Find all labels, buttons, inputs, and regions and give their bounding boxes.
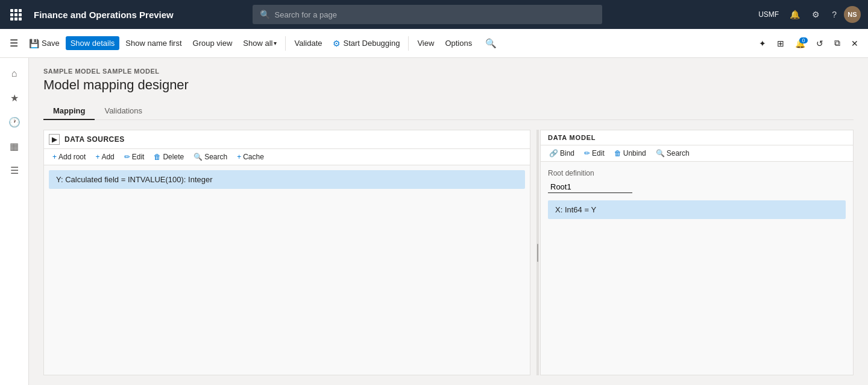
search-icon-dm: 🔍	[656, 149, 665, 158]
debug-icon: ⚙	[333, 39, 341, 48]
main-layout: ⌂ ★ 🕐 ▦ ☰ SAMPLE MODEL SAMPLE MODEL Mode…	[0, 58, 868, 385]
dm-edit-button[interactable]: ✏ Edit	[580, 148, 608, 159]
hamburger-menu-button[interactable]: ☰	[5, 35, 23, 51]
delete-icon: 🗑	[154, 153, 161, 161]
dm-row[interactable]: X: Int64 = Y	[548, 200, 846, 219]
sidebar-item-favorites[interactable]: ★	[4, 87, 25, 109]
notifications-button[interactable]: 🔔 0	[790, 36, 810, 51]
toolbar-right-icons: ✦ ⊞ 🔔 0 ↺ ⧉ ✕	[754, 36, 863, 51]
page-title: Model mapping designer	[43, 77, 854, 93]
cache-icon: +	[237, 153, 241, 161]
toolbar-divider-2	[408, 36, 409, 51]
dm-bind-button[interactable]: 🔗 Bind	[546, 148, 578, 159]
top-nav-right: USMF 🔔 ⚙ ? NS	[755, 6, 861, 23]
bind-icon: 🔗	[549, 149, 558, 158]
breadcrumb: SAMPLE MODEL SAMPLE MODEL	[43, 68, 854, 75]
start-debugging-button[interactable]: ⚙ Start Debugging	[328, 36, 404, 51]
app-grid-button[interactable]	[7, 6, 24, 23]
refresh-button[interactable]: ↺	[811, 36, 828, 51]
toolbar-divider	[285, 36, 286, 51]
dm-unbind-button[interactable]: 🗑 Unbind	[611, 148, 650, 159]
settings-button[interactable]: ⚙	[807, 7, 825, 22]
ds-toolbar: + Add root + Add ✏ Edit 🗑 Delete	[44, 149, 530, 165]
save-button[interactable]: 💾 Save	[24, 36, 64, 51]
chevron-down-icon: ▾	[274, 40, 277, 46]
ds-panel-header: ▶ DATA SOURCES	[44, 130, 530, 149]
plus-icon: +	[52, 153, 57, 161]
splitter-handle	[537, 244, 538, 262]
ds-add-button[interactable]: + Add	[92, 151, 118, 162]
tab-mapping[interactable]: Mapping	[43, 103, 95, 120]
save-icon: 💾	[29, 39, 39, 48]
show-all-button[interactable]: Show all ▾	[238, 36, 281, 50]
edit-icon: ✏	[124, 153, 130, 161]
view-button[interactable]: View	[412, 36, 439, 50]
ds-row[interactable]: Y: Calculated field = INTVALUE(100): Int…	[49, 170, 525, 189]
dm-toolbar: 🔗 Bind ✏ Edit 🗑 Unbind 🔍 Search	[541, 145, 853, 162]
panel-splitter[interactable]	[536, 130, 539, 375]
ds-add-root-button[interactable]: + Add root	[49, 151, 89, 162]
data-sources-panel: ▶ DATA SOURCES + Add root + Add ✏ Edit	[43, 130, 530, 375]
dm-panel-header: DATA MODEL	[541, 130, 853, 145]
ds-search-button[interactable]: 🔍 Search	[190, 151, 231, 162]
validate-button[interactable]: Validate	[289, 36, 327, 50]
tab-bar: Mapping Validations	[43, 103, 854, 120]
left-sidebar: ⌂ ★ 🕐 ▦ ☰	[0, 58, 29, 385]
sidebar-item-recent[interactable]: 🕐	[4, 111, 25, 133]
dm-content: Root definition X: Int64 = Y	[541, 162, 853, 375]
search-icon: 🔍	[260, 10, 270, 19]
dm-search-button[interactable]: 🔍 Search	[652, 148, 693, 159]
tab-validations[interactable]: Validations	[95, 103, 152, 120]
search-icon-ds: 🔍	[193, 153, 203, 161]
top-nav: Finance and Operations Preview 🔍 Search …	[0, 0, 868, 29]
designer-area: ▶ DATA SOURCES + Add root + Add ✏ Edit	[43, 130, 854, 375]
data-model-panel: DATA MODEL 🔗 Bind ✏ Edit 🗑 Unbind	[540, 130, 854, 375]
toolbar-search-button[interactable]: 🔍	[480, 36, 502, 51]
sidebar-item-workspaces[interactable]: ▦	[4, 135, 25, 157]
group-view-button[interactable]: Group view	[188, 36, 237, 50]
show-name-first-button[interactable]: Show name first	[121, 36, 186, 50]
close-button[interactable]: ✕	[846, 36, 863, 51]
plus-icon-2: +	[95, 153, 99, 161]
unbind-icon: 🗑	[614, 149, 621, 158]
ds-content: Y: Calculated field = INTVALUE(100): Int…	[44, 165, 530, 375]
search-placeholder: Search for a page	[275, 10, 337, 19]
notification-badge: 0	[799, 37, 808, 43]
ds-section-title: DATA SOURCES	[64, 135, 125, 144]
ds-expand-button[interactable]: ▶	[49, 134, 60, 145]
ds-cache-button[interactable]: + Cache	[233, 151, 268, 162]
action-toolbar: ☰ 💾 Save Show details Show name first Gr…	[0, 29, 868, 58]
main-content: SAMPLE MODEL SAMPLE MODEL Model mapping …	[29, 58, 868, 385]
root-definition-input[interactable]	[548, 181, 632, 193]
ds-delete-button[interactable]: 🗑 Delete	[150, 151, 187, 162]
company-badge: USMF	[755, 9, 782, 20]
show-details-button[interactable]: Show details	[66, 36, 120, 50]
edit-icon-dm: ✏	[584, 149, 590, 158]
user-avatar[interactable]: NS	[844, 6, 861, 23]
sidebar-item-home[interactable]: ⌂	[4, 63, 25, 84]
personalize-button[interactable]: ✦	[754, 36, 771, 51]
global-search-bar[interactable]: 🔍 Search for a page	[253, 5, 602, 24]
options-button[interactable]: Options	[440, 36, 477, 50]
root-definition-label: Root definition	[548, 169, 846, 177]
app-title: Finance and Operations Preview	[34, 10, 174, 20]
notification-bell-button[interactable]: 🔔	[785, 7, 805, 22]
open-new-window-button[interactable]: ⧉	[829, 36, 845, 51]
sidebar-item-modules[interactable]: ☰	[4, 159, 25, 181]
ds-edit-button[interactable]: ✏ Edit	[121, 151, 148, 162]
fullscreen-button[interactable]: ⊞	[772, 36, 789, 51]
help-button[interactable]: ?	[827, 7, 841, 22]
